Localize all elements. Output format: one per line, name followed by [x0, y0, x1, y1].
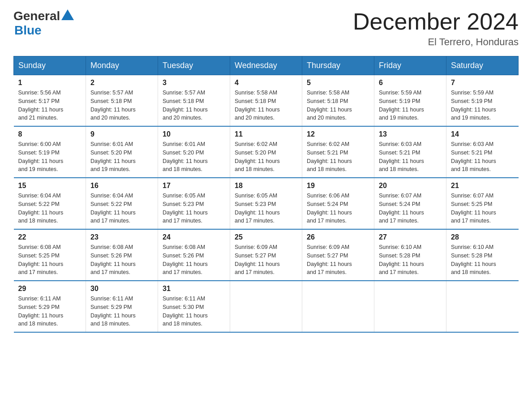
table-row: 26Sunrise: 6:09 AMSunset: 5:27 PMDayligh…	[302, 229, 374, 281]
table-row	[302, 281, 374, 332]
table-row: 28Sunrise: 6:10 AMSunset: 5:28 PMDayligh…	[446, 229, 519, 281]
table-row: 16Sunrise: 6:04 AMSunset: 5:22 PMDayligh…	[86, 178, 158, 229]
calendar-week-row: 15Sunrise: 6:04 AMSunset: 5:22 PMDayligh…	[14, 178, 519, 229]
table-row: 13Sunrise: 6:03 AMSunset: 5:21 PMDayligh…	[374, 126, 446, 178]
day-number: 31	[163, 285, 225, 293]
day-info: Sunrise: 6:11 AMSunset: 5:29 PMDaylight:…	[18, 295, 82, 328]
day-number: 15	[18, 182, 82, 190]
day-number: 11	[235, 130, 297, 138]
table-row: 6Sunrise: 5:59 AMSunset: 5:19 PMDaylight…	[374, 75, 446, 127]
header-saturday: Saturday	[446, 56, 519, 75]
table-row: 18Sunrise: 6:05 AMSunset: 5:23 PMDayligh…	[230, 178, 302, 229]
logo-general-text: General	[13, 9, 60, 23]
day-number: 17	[163, 182, 225, 190]
day-number: 6	[379, 79, 442, 87]
day-number: 12	[307, 130, 369, 138]
day-info: Sunrise: 6:05 AMSunset: 5:23 PMDaylight:…	[163, 192, 225, 225]
table-row: 27Sunrise: 6:10 AMSunset: 5:28 PMDayligh…	[374, 229, 446, 281]
day-info: Sunrise: 6:05 AMSunset: 5:23 PMDaylight:…	[235, 192, 297, 225]
table-row: 20Sunrise: 6:07 AMSunset: 5:24 PMDayligh…	[374, 178, 446, 229]
day-info: Sunrise: 5:57 AMSunset: 5:18 PMDaylight:…	[90, 89, 153, 122]
day-info: Sunrise: 6:02 AMSunset: 5:20 PMDaylight:…	[235, 140, 297, 174]
table-row: 8Sunrise: 6:00 AMSunset: 5:19 PMDaylight…	[14, 126, 86, 178]
day-info: Sunrise: 6:07 AMSunset: 5:25 PMDaylight:…	[451, 192, 514, 225]
day-info: Sunrise: 6:00 AMSunset: 5:19 PMDaylight:…	[18, 140, 82, 174]
day-info: Sunrise: 6:09 AMSunset: 5:27 PMDaylight:…	[235, 243, 297, 277]
table-row	[446, 281, 519, 332]
calendar-week-row: 1Sunrise: 5:56 AMSunset: 5:17 PMDaylight…	[14, 75, 519, 127]
table-row: 25Sunrise: 6:09 AMSunset: 5:27 PMDayligh…	[230, 229, 302, 281]
table-row: 22Sunrise: 6:08 AMSunset: 5:25 PMDayligh…	[14, 229, 86, 281]
day-info: Sunrise: 6:01 AMSunset: 5:20 PMDaylight:…	[163, 140, 225, 174]
table-row: 9Sunrise: 6:01 AMSunset: 5:20 PMDaylight…	[86, 126, 158, 178]
table-row: 11Sunrise: 6:02 AMSunset: 5:20 PMDayligh…	[230, 126, 302, 178]
day-info: Sunrise: 5:58 AMSunset: 5:18 PMDaylight:…	[307, 89, 369, 122]
day-number: 19	[307, 182, 369, 190]
day-number: 5	[307, 79, 369, 87]
table-row: 17Sunrise: 6:05 AMSunset: 5:23 PMDayligh…	[158, 178, 230, 229]
day-number: 30	[90, 285, 153, 293]
calendar-week-row: 29Sunrise: 6:11 AMSunset: 5:29 PMDayligh…	[14, 281, 519, 332]
day-info: Sunrise: 6:08 AMSunset: 5:25 PMDaylight:…	[18, 243, 82, 277]
day-info: Sunrise: 5:58 AMSunset: 5:18 PMDaylight:…	[235, 89, 297, 122]
day-number: 25	[235, 233, 297, 241]
day-info: Sunrise: 6:11 AMSunset: 5:29 PMDaylight:…	[90, 295, 153, 328]
header-wednesday: Wednesday	[230, 56, 302, 75]
day-info: Sunrise: 6:03 AMSunset: 5:21 PMDaylight:…	[379, 140, 442, 174]
location-subtitle: El Terrero, Honduras	[353, 36, 519, 48]
day-number: 26	[307, 233, 369, 241]
calendar-body: 1Sunrise: 5:56 AMSunset: 5:17 PMDaylight…	[14, 75, 519, 333]
day-number: 7	[451, 79, 514, 87]
day-info: Sunrise: 6:02 AMSunset: 5:21 PMDaylight:…	[307, 140, 369, 174]
table-row: 4Sunrise: 5:58 AMSunset: 5:18 PMDaylight…	[230, 75, 302, 127]
day-info: Sunrise: 6:10 AMSunset: 5:28 PMDaylight:…	[451, 243, 514, 277]
day-info: Sunrise: 6:04 AMSunset: 5:22 PMDaylight:…	[90, 192, 153, 225]
day-number: 9	[90, 130, 153, 138]
header-thursday: Thursday	[302, 56, 374, 75]
day-info: Sunrise: 5:59 AMSunset: 5:19 PMDaylight:…	[451, 89, 514, 122]
day-number: 10	[163, 130, 225, 138]
calendar-header: Sunday Monday Tuesday Wednesday Thursday…	[14, 56, 519, 75]
table-row: 1Sunrise: 5:56 AMSunset: 5:17 PMDaylight…	[14, 75, 86, 127]
day-info: Sunrise: 5:57 AMSunset: 5:18 PMDaylight:…	[163, 89, 225, 122]
table-row: 30Sunrise: 6:11 AMSunset: 5:29 PMDayligh…	[86, 281, 158, 332]
day-number: 24	[163, 233, 225, 241]
table-row: 5Sunrise: 5:58 AMSunset: 5:18 PMDaylight…	[302, 75, 374, 127]
day-info: Sunrise: 6:08 AMSunset: 5:26 PMDaylight:…	[90, 243, 153, 277]
day-info: Sunrise: 6:11 AMSunset: 5:30 PMDaylight:…	[163, 295, 225, 328]
day-number: 1	[18, 79, 82, 87]
day-number: 16	[90, 182, 153, 190]
table-row	[230, 281, 302, 332]
table-row: 24Sunrise: 6:08 AMSunset: 5:26 PMDayligh…	[158, 229, 230, 281]
month-title: December 2024	[353, 9, 519, 34]
title-section: December 2024 El Terrero, Honduras	[353, 9, 519, 48]
header-monday: Monday	[86, 56, 158, 75]
table-row: 14Sunrise: 6:03 AMSunset: 5:21 PMDayligh…	[446, 126, 519, 178]
logo: General Blue	[13, 9, 74, 38]
day-number: 28	[451, 233, 514, 241]
calendar-table: Sunday Monday Tuesday Wednesday Thursday…	[13, 56, 519, 333]
day-number: 27	[379, 233, 442, 241]
day-info: Sunrise: 6:10 AMSunset: 5:28 PMDaylight:…	[379, 243, 442, 277]
day-info: Sunrise: 6:07 AMSunset: 5:24 PMDaylight:…	[379, 192, 442, 225]
table-row: 31Sunrise: 6:11 AMSunset: 5:30 PMDayligh…	[158, 281, 230, 332]
table-row: 15Sunrise: 6:04 AMSunset: 5:22 PMDayligh…	[14, 178, 86, 229]
day-number: 3	[163, 79, 225, 87]
header-friday: Friday	[374, 56, 446, 75]
day-number: 20	[379, 182, 442, 190]
calendar-week-row: 8Sunrise: 6:00 AMSunset: 5:19 PMDaylight…	[14, 126, 519, 178]
day-number: 8	[18, 130, 82, 138]
table-row: 3Sunrise: 5:57 AMSunset: 5:18 PMDaylight…	[158, 75, 230, 127]
day-info: Sunrise: 6:08 AMSunset: 5:26 PMDaylight:…	[163, 243, 225, 277]
day-number: 18	[235, 182, 297, 190]
day-number: 14	[451, 130, 514, 138]
day-info: Sunrise: 5:59 AMSunset: 5:19 PMDaylight:…	[379, 89, 442, 122]
calendar-week-row: 22Sunrise: 6:08 AMSunset: 5:25 PMDayligh…	[14, 229, 519, 281]
logo-blue-text: Blue	[14, 23, 42, 37]
table-row: 29Sunrise: 6:11 AMSunset: 5:29 PMDayligh…	[14, 281, 86, 332]
table-row: 23Sunrise: 6:08 AMSunset: 5:26 PMDayligh…	[86, 229, 158, 281]
table-row	[374, 281, 446, 332]
day-info: Sunrise: 5:56 AMSunset: 5:17 PMDaylight:…	[18, 89, 82, 122]
logo-triangle-icon	[61, 9, 74, 20]
day-number: 4	[235, 79, 297, 87]
